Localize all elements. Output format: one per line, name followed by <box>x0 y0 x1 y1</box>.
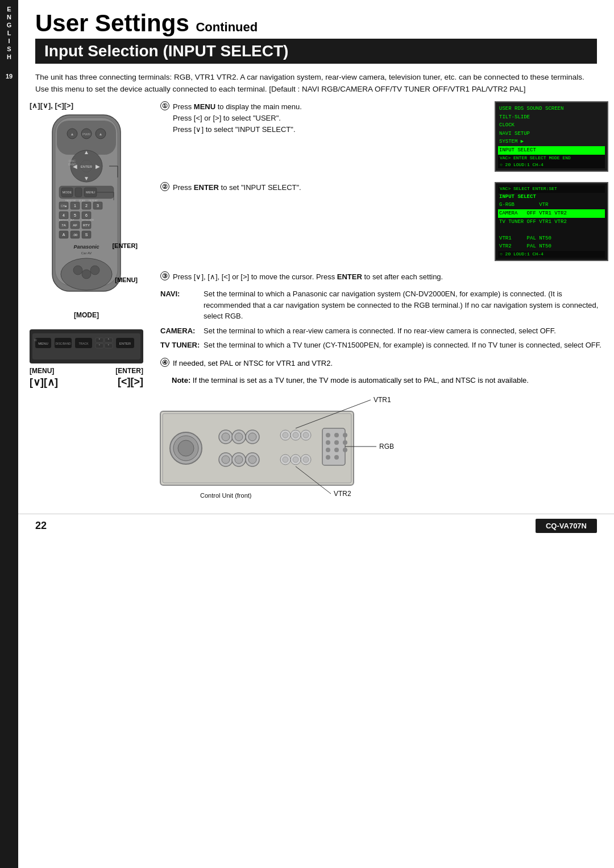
panel-arrow-left: [∨][∧] <box>30 376 58 388</box>
panel-arrow-right: [<][>] <box>118 376 143 388</box>
step-4-row: ④ If needed, set PAL or NTSC for VTR1 an… <box>160 358 608 369</box>
step-2-num: ② <box>160 182 169 191</box>
screen-row-blank <box>498 226 605 234</box>
detail-navi-text: Set the terminal to which a Panasonic ca… <box>204 288 608 322</box>
svg-point-106 <box>293 432 298 438</box>
svg-text:ASPECT: ASPECT <box>59 218 69 221</box>
svg-point-116 <box>326 433 330 437</box>
panel-container: MENU W DISC/BAND TRACK ˅ ˄ <box>24 329 149 388</box>
svg-point-124 <box>343 448 347 452</box>
step-1-text: ① Press MENU to display the main menu. P… <box>160 101 489 175</box>
svg-point-117 <box>334 433 339 437</box>
step-2-text: ② Press ENTER to set "INPUT SELECT". <box>160 182 489 264</box>
remote-top-label: [∧][∨], [<][>] <box>24 101 149 110</box>
svg-text:MENU: MENU <box>86 191 95 194</box>
screen-mock-1: USER RDS SOUND SCREEN TILT·SLIDE CLOCK N… <box>495 101 608 172</box>
step-3-details: NAVI: Set the terminal to which a Panaso… <box>160 288 608 351</box>
step-2-content: ② Press ENTER to set "INPUT SELECT". VAC… <box>160 182 608 264</box>
step-1-desc: Press MENU to display the main menu. Pre… <box>173 101 302 135</box>
screen-row-vtr2: VTR2 PAL NT50 <box>498 242 605 251</box>
svg-text:▼: ▼ <box>84 175 89 181</box>
svg-text:▲: ▲ <box>84 149 89 155</box>
screen-row-tv: TV TUNER OFF VTR1 VTR2 <box>498 218 605 226</box>
left-column: [∧][∨], [<][>] ▲ PWR ▲ <box>24 101 149 388</box>
svg-rect-24 <box>75 188 82 197</box>
screen-row-vtr1: VTR1 PAL NT50 <box>498 234 605 243</box>
step-3-intro: Press [∨], [∧], [<] or [>] to move the c… <box>173 271 443 283</box>
step-4: ④ If needed, set PAL or NTSC for VTR1 an… <box>160 358 608 386</box>
page-footer: 22 CQ-VA707N <box>18 514 614 538</box>
screen-mock-2: VAC> SELECT ENTER:SET INPUT SELECT G·RGB… <box>495 182 608 261</box>
detail-camera: CAMERA: Set the terminal to which a rear… <box>160 325 608 337</box>
svg-text:˄: ˄ <box>107 338 110 342</box>
svg-text:Car AV: Car AV <box>81 251 92 255</box>
connector-section: VTR1 VTR2 RGB Control Unit (front) <box>18 388 614 508</box>
svg-text:ENTER: ENTER <box>119 342 131 345</box>
svg-text:▲: ▲ <box>70 132 74 136</box>
svg-text:▶: ▶ <box>96 163 100 170</box>
screen-row-cam: CAMERA OFF VTR1 VTR2 <box>498 209 605 218</box>
svg-text:MENU: MENU <box>38 342 48 345</box>
svg-text:CH■: CH■ <box>61 204 67 208</box>
svg-point-123 <box>334 448 339 452</box>
step-3-num: ③ <box>160 271 169 280</box>
sidebar: ENGLISH 19 <box>0 0 18 868</box>
svg-point-114 <box>303 457 309 462</box>
svg-text:VTR2: VTR2 <box>334 490 351 498</box>
panel-enter-label: [ENTER] <box>115 367 143 375</box>
svg-point-120 <box>334 440 339 445</box>
panel-labels: [MENU] [ENTER] <box>30 367 143 375</box>
page-header: User Settings Continued Input Selection … <box>18 0 614 64</box>
screen-bottom2: ○ 20 LOUD:1 CH-4 <box>498 162 605 168</box>
svg-text:˂: ˂ <box>98 344 101 348</box>
svg-point-108 <box>303 432 309 438</box>
note-label: Note: <box>172 376 190 385</box>
svg-text:3: 3 <box>97 204 99 208</box>
screen-bottom3: ○ 20 LOUD:1 CH-4 <box>498 251 605 258</box>
svg-text:S: S <box>85 233 88 237</box>
screen-row: SYSTEM ▶ <box>498 138 605 146</box>
svg-text:AF: AF <box>73 224 77 227</box>
svg-text:RANDOM: RANDOM <box>65 199 76 202</box>
svg-text:7A: 7A <box>61 224 65 227</box>
svg-text:BAND: BAND <box>68 163 76 166</box>
svg-point-100 <box>235 456 243 464</box>
svg-point-126 <box>334 455 339 460</box>
section-title: Input Selection (INPUT SELECT) <box>35 39 597 64</box>
model-badge: CQ-VA707N <box>536 519 597 533</box>
svg-text:2: 2 <box>85 204 88 208</box>
svg-text:˃: ˃ <box>107 344 110 348</box>
svg-point-119 <box>326 440 330 445</box>
svg-text:MODE: MODE <box>63 191 72 194</box>
svg-point-96 <box>248 433 256 441</box>
svg-point-64 <box>73 266 82 275</box>
svg-text:˅: ˅ <box>98 338 101 342</box>
svg-text:W: W <box>34 338 37 342</box>
step-1-num: ① <box>160 101 169 110</box>
screen-row: CLOCK <box>498 121 605 130</box>
page-number: 22 <box>35 520 47 532</box>
svg-point-112 <box>293 457 298 462</box>
svg-text:1: 1 <box>74 204 76 208</box>
svg-text:DISC/BAND: DISC/BAND <box>55 342 71 345</box>
svg-text:DP/NGSDB: DP/NGSDB <box>82 218 94 221</box>
svg-point-118 <box>343 433 347 437</box>
svg-text:A-F: A-F <box>70 218 74 221</box>
step-1: ① Press MENU to display the main menu. P… <box>160 101 608 175</box>
sidebar-number: 19 <box>6 73 13 80</box>
description: The unit has three connecting terminals:… <box>18 64 614 101</box>
svg-text:6: 6 <box>85 213 88 217</box>
svg-point-94 <box>235 433 243 441</box>
svg-point-66 <box>90 266 99 275</box>
svg-rect-115 <box>322 428 345 465</box>
svg-text:RTY: RTY <box>83 224 90 227</box>
svg-text:A: A <box>63 233 65 237</box>
svg-text:5: 5 <box>74 213 76 217</box>
step-4-note: Note: If the terminal is set as a TV tun… <box>160 375 608 386</box>
detail-navi-label: NAVI: <box>160 288 200 322</box>
svg-point-110 <box>283 457 288 462</box>
screen-row: NAVI SETUP <box>498 130 605 138</box>
step-3-row: ③ Press [∨], [∧], [<] or [>] to move the… <box>160 271 608 283</box>
sidebar-language: ENGLISH <box>6 6 13 61</box>
screen-header: VAC> SELECT ENTER:SET <box>498 185 605 192</box>
